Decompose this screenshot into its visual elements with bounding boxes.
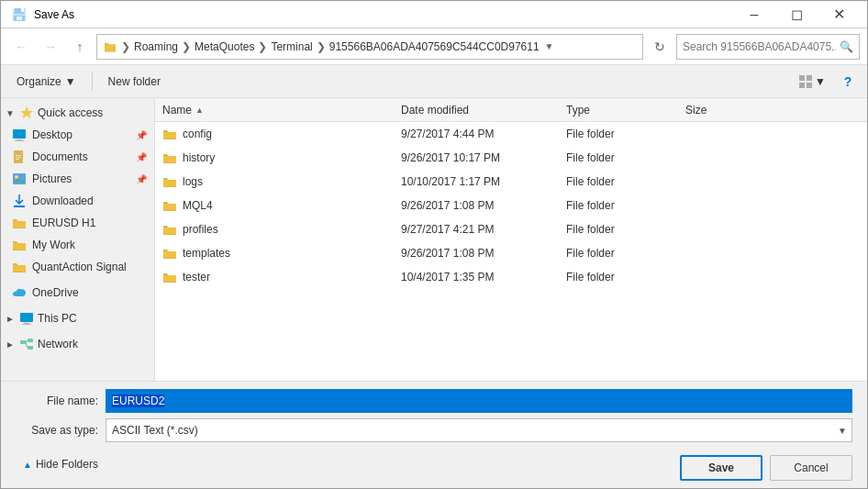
folder-icon — [162, 270, 177, 284]
file-list-header: Name ▲ Date modified Type Size — [155, 98, 867, 122]
minimize-button[interactable]: – — [733, 1, 775, 28]
folder-icon — [162, 150, 177, 165]
breadcrumb-hash[interactable]: 915566BA06ADA407569C544CC0D97611 — [329, 40, 540, 53]
sidebar-item-quantaction[interactable]: QuantAction Signal — [1, 256, 154, 278]
sidebar-item-mywork[interactable]: My Work — [1, 234, 154, 256]
sidebar-item-pictures[interactable]: Pictures 📌 — [1, 168, 154, 190]
desktop-icon — [12, 128, 27, 142]
breadcrumb-terminal[interactable]: Terminal — [271, 40, 312, 53]
search-icon: 🔍 — [840, 40, 853, 53]
file-date-cell: 9/26/2017 1:08 PM — [394, 247, 559, 260]
save-button[interactable]: Save — [680, 455, 762, 481]
col-header-size[interactable]: Size — [678, 104, 770, 117]
col-header-name[interactable]: Name ▲ — [155, 104, 394, 117]
file-type-cell: File folder — [559, 151, 678, 164]
quick-access-header[interactable]: ▼ Quick access — [1, 102, 154, 124]
filename-input[interactable] — [106, 389, 852, 413]
refresh-button[interactable]: ↻ — [647, 34, 673, 60]
sidebar-eurusd-label: EURUSD H1 — [32, 217, 95, 229]
button-row: Save Cancel — [680, 451, 852, 481]
thispc-header[interactable]: ► This PC — [1, 307, 154, 329]
organize-button[interactable]: Organize ▼ — [8, 70, 84, 94]
sidebar-documents-label: Documents — [32, 150, 88, 163]
breadcrumb-roaming[interactable]: Roaming — [134, 40, 178, 53]
table-row[interactable]: profiles 9/27/2017 4:21 PM File folder — [155, 217, 867, 241]
bottom-area: File name: Save as type: ASCII Text (*.c… — [1, 381, 867, 488]
file-date-cell: 9/27/2017 4:21 PM — [394, 223, 559, 236]
breadcrumb-metaquotes[interactable]: MetaQuotes — [195, 40, 254, 53]
table-row[interactable]: history 9/26/2017 10:17 PM File folder — [155, 146, 867, 170]
back-button[interactable]: ← — [8, 34, 34, 60]
sidebar-item-downloaded[interactable]: Downloaded — [1, 190, 154, 212]
onedrive-icon — [12, 285, 27, 300]
saveastype-row: Save as type: ASCII Text (*.csv)CSV (*.c… — [16, 418, 852, 442]
sidebar-item-documents[interactable]: Documents 📌 — [1, 146, 154, 168]
onedrive-section: OneDrive — [1, 282, 154, 304]
svg-rect-9 — [13, 129, 26, 139]
documents-icon — [12, 150, 27, 164]
title-bar: Save As – ◻ ✕ — [1, 1, 867, 28]
cancel-button[interactable]: Cancel — [770, 455, 852, 481]
folder-icon — [162, 222, 177, 237]
pin-icon-documents: 📌 — [136, 152, 147, 162]
col-header-date[interactable]: Date modified — [394, 104, 559, 117]
folder-icon — [162, 174, 177, 189]
breadcrumb-sep2: ❯ — [182, 40, 191, 53]
forward-button[interactable]: → — [38, 34, 63, 60]
up-button[interactable]: ↑ — [67, 34, 93, 60]
svg-rect-5 — [799, 75, 805, 81]
view-icon — [798, 74, 813, 89]
hide-folders-label: Hide Folders — [36, 458, 98, 471]
search-input[interactable] — [683, 40, 836, 53]
file-list-area: Name ▲ Date modified Type Size — [155, 98, 867, 381]
sidebar-desktop-label: Desktop — [32, 128, 72, 141]
pictures-icon — [12, 172, 27, 186]
folder-breadcrumb-icon — [103, 39, 117, 54]
table-row[interactable]: config 9/27/2017 4:44 PM File folder — [155, 122, 867, 146]
sidebar-item-desktop[interactable]: Desktop 📌 — [1, 124, 154, 146]
svg-rect-26 — [28, 346, 33, 350]
svg-rect-7 — [799, 83, 805, 88]
table-row[interactable]: templates 9/26/2017 1:08 PM File folder — [155, 241, 867, 265]
svg-point-18 — [15, 175, 18, 179]
view-button[interactable]: ▼ — [792, 70, 832, 94]
svg-line-27 — [26, 340, 28, 342]
col-header-type[interactable]: Type — [559, 104, 678, 117]
file-list: config 9/27/2017 4:44 PM File folder his… — [155, 122, 867, 381]
breadcrumb-dropdown-icon[interactable]: ▼ — [545, 41, 554, 51]
table-row[interactable]: tester 10/4/2017 1:35 PM File folder — [155, 265, 867, 289]
saveastype-label: Save as type: — [16, 424, 98, 437]
saveastype-select[interactable]: ASCII Text (*.csv)CSV (*.csv)Excel (*.xl… — [106, 418, 852, 442]
svg-rect-17 — [13, 173, 26, 184]
table-row[interactable]: logs 10/10/2017 1:17 PM File folder — [155, 170, 867, 194]
sort-arrow-name: ▲ — [195, 106, 204, 115]
file-name-cell: tester — [155, 270, 394, 284]
thispc-label: This PC — [38, 312, 77, 325]
network-header[interactable]: ► Network — [1, 333, 154, 355]
maximize-button[interactable]: ◻ — [775, 1, 818, 28]
sidebar: ▼ Quick access Desktop 📌 — [1, 98, 155, 381]
save-as-icon — [12, 7, 27, 22]
breadcrumb-bar[interactable]: ❯ Roaming ❯ MetaQuotes ❯ Terminal ❯ 9155… — [96, 34, 643, 60]
file-type-cell: File folder — [559, 175, 678, 188]
thispc-section: ► This PC — [1, 307, 154, 329]
new-folder-button[interactable]: New folder — [100, 70, 169, 94]
search-box[interactable]: 🔍 — [676, 34, 860, 60]
table-row[interactable]: MQL4 9/26/2017 1:08 PM File folder — [155, 194, 867, 217]
svg-rect-8 — [807, 83, 812, 88]
sidebar-item-eurusd[interactable]: EURUSD H1 — [1, 212, 154, 234]
dialog-title: Save As — [34, 8, 74, 21]
network-expand-icon: ► — [5, 339, 16, 350]
quick-access-expand-icon: ▼ — [5, 108, 16, 118]
hide-folders-arrow-icon: ▲ — [23, 460, 32, 470]
sidebar-downloaded-label: Downloaded — [32, 194, 94, 207]
file-date-cell: 10/4/2017 1:35 PM — [394, 271, 559, 283]
file-type-cell: File folder — [559, 199, 678, 212]
view-dropdown-icon: ▼ — [815, 75, 826, 88]
sidebar-item-onedrive[interactable]: OneDrive — [1, 282, 154, 304]
svg-rect-4 — [17, 17, 22, 20]
hide-folders-row[interactable]: ▲ Hide Folders — [16, 454, 106, 474]
svg-rect-11 — [15, 140, 24, 141]
help-button[interactable]: ? — [836, 70, 860, 94]
close-button[interactable]: ✕ — [818, 1, 860, 28]
